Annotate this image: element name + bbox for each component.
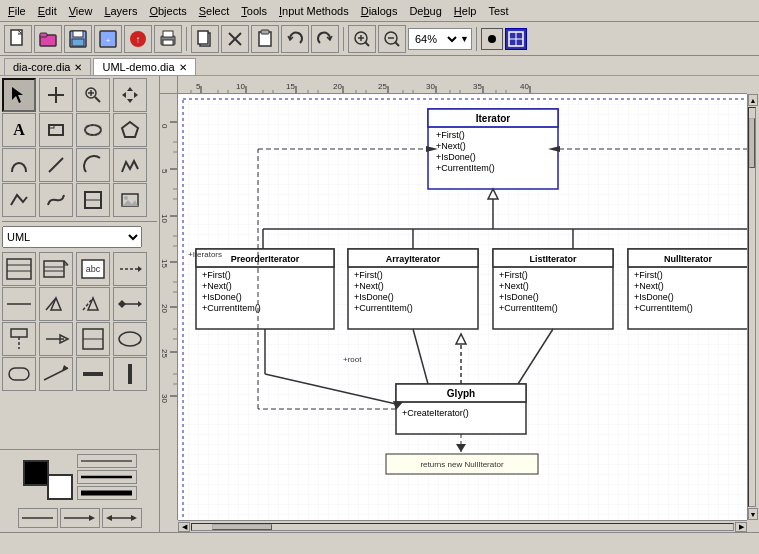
scrollbar-h-thumb[interactable]	[212, 524, 272, 530]
tool-polygon[interactable]	[113, 113, 147, 147]
fg-color-box[interactable]	[23, 460, 49, 486]
uml-real-tool[interactable]	[76, 287, 110, 321]
tool-zigzag[interactable]	[113, 148, 147, 182]
uml-comp-tool[interactable]	[113, 287, 147, 321]
svg-rect-12	[163, 40, 173, 45]
bg-color-box[interactable]	[47, 474, 73, 500]
svg-text:+Next(): +Next()	[634, 281, 664, 291]
zoom-out-button[interactable]	[378, 25, 406, 53]
print-button[interactable]	[154, 25, 182, 53]
tab-uml-demo[interactable]: UML-demo.dia ✕	[93, 58, 195, 75]
scrollbar-v-track[interactable]	[748, 107, 756, 507]
svg-rect-52	[7, 259, 31, 279]
menu-tools[interactable]: Tools	[235, 3, 273, 19]
redo-button[interactable]	[311, 25, 339, 53]
tool-magnify[interactable]	[76, 78, 110, 112]
paste-button[interactable]	[251, 25, 279, 53]
horizontal-scrollbar[interactable]: ◀ ▶	[178, 520, 747, 532]
menu-file[interactable]: File	[2, 3, 32, 19]
snap-grid-button[interactable]	[481, 28, 503, 50]
svg-point-50	[124, 196, 128, 200]
svg-text:30: 30	[160, 394, 169, 403]
uml-life-tool[interactable]	[2, 322, 36, 356]
scrollbar-v-thumb[interactable]	[749, 118, 755, 168]
tool-ellipse[interactable]	[76, 113, 110, 147]
uml-assoc-tool[interactable]	[2, 287, 36, 321]
uml-fork-tool[interactable]	[76, 357, 110, 391]
vertical-scrollbar[interactable]: ▲ ▼	[747, 94, 759, 520]
toolbox-uml-shapes: abc	[0, 250, 159, 393]
line-width-thick[interactable]	[77, 486, 137, 500]
tab-dia-core-close[interactable]: ✕	[74, 62, 82, 73]
svg-text:35: 35	[473, 82, 482, 91]
scroll-down-button[interactable]: ▼	[748, 508, 758, 520]
tool-text[interactable]: A	[2, 113, 36, 147]
uml-msg-tool[interactable]	[39, 322, 73, 356]
copy-button[interactable]	[191, 25, 219, 53]
tool-polyline[interactable]	[2, 183, 36, 217]
new-button[interactable]	[4, 25, 32, 53]
zoom-dropdown-icon[interactable]: ▼	[460, 34, 469, 44]
svg-marker-51	[122, 200, 138, 206]
uml-act-tool[interactable]	[113, 322, 147, 356]
menu-help[interactable]: Help	[448, 3, 483, 19]
line-width-thin[interactable]	[77, 454, 137, 468]
tool-bezier[interactable]	[2, 148, 36, 182]
tool-line[interactable]	[39, 148, 73, 182]
uml-note-tool[interactable]	[39, 252, 73, 286]
uml-state-tool[interactable]	[2, 357, 36, 391]
snap-points-button[interactable]	[505, 28, 527, 50]
tool-image[interactable]	[113, 183, 147, 217]
zoom-control[interactable]: 25%50%64%75%100%150%200% ▼	[408, 28, 472, 50]
export-button[interactable]: ↑	[124, 25, 152, 53]
scroll-up-button[interactable]: ▲	[748, 94, 758, 106]
arrow-right[interactable]	[60, 508, 100, 528]
tool-arc[interactable]	[76, 148, 110, 182]
tab-uml-demo-close[interactable]: ✕	[179, 62, 187, 73]
uml-dep-tool[interactable]	[113, 252, 147, 286]
shape-category-select[interactable]: UML	[2, 226, 142, 248]
tool-move[interactable]	[113, 78, 147, 112]
uml-trans-tool[interactable]	[39, 357, 73, 391]
menu-objects[interactable]: Objects	[143, 3, 192, 19]
uml-seq-tool[interactable]	[76, 322, 110, 356]
menu-select[interactable]: Select	[193, 3, 236, 19]
menu-test[interactable]: Test	[483, 3, 515, 19]
tab-dia-core[interactable]: dia-core.dia ✕	[4, 58, 91, 75]
menu-dialogs[interactable]: Dialogs	[355, 3, 404, 19]
cut-button[interactable]	[221, 25, 249, 53]
arrow-none[interactable]	[18, 508, 58, 528]
toolbox: A	[0, 76, 160, 532]
zoom-in-button[interactable]	[348, 25, 376, 53]
scrollbar-h-track[interactable]	[191, 523, 734, 531]
tool-bezierline[interactable]	[39, 183, 73, 217]
menu-layers[interactable]: Layers	[98, 3, 143, 19]
canvas[interactable]: Iterator +First() +Next() +IsDone() +Cur…	[178, 94, 747, 520]
uml-text-tool[interactable]: abc	[76, 252, 110, 286]
shape-selector[interactable]: UML	[2, 226, 157, 248]
save-as-button[interactable]: +	[94, 25, 122, 53]
svg-rect-55	[44, 261, 64, 277]
zoom-select[interactable]: 25%50%64%75%100%150%200%	[411, 32, 460, 46]
scroll-right-button[interactable]: ▶	[735, 522, 747, 532]
uml-join-tool[interactable]	[113, 357, 147, 391]
tool-box[interactable]	[39, 113, 73, 147]
menu-view[interactable]: View	[63, 3, 99, 19]
arrow-double[interactable]	[102, 508, 142, 528]
tool-box2[interactable]	[76, 183, 110, 217]
menu-input-methods[interactable]: Input Methods	[273, 3, 355, 19]
scroll-left-button[interactable]: ◀	[178, 522, 190, 532]
open-button[interactable]	[34, 25, 62, 53]
menu-debug[interactable]: Debug	[403, 3, 447, 19]
menu-edit[interactable]: Edit	[32, 3, 63, 19]
tabbar: dia-core.dia ✕ UML-demo.dia ✕	[0, 56, 759, 76]
uml-gen-tool[interactable]	[39, 287, 73, 321]
canvas-corner	[747, 520, 759, 532]
tool-hand[interactable]	[39, 78, 73, 112]
uml-class-tool[interactable]	[2, 252, 36, 286]
line-width-medium[interactable]	[77, 470, 137, 484]
save-button[interactable]	[64, 25, 92, 53]
svg-marker-93	[131, 515, 137, 521]
tool-pointer[interactable]	[2, 78, 36, 112]
undo-button[interactable]	[281, 25, 309, 53]
